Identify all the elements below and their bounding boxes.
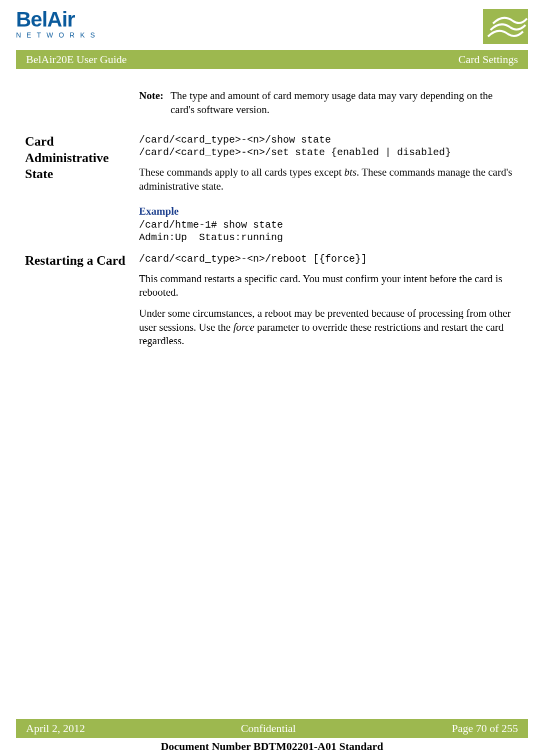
brand-subtext: NETWORKS — [16, 31, 100, 39]
svg-rect-0 — [483, 9, 528, 44]
section-heading-admin-state: Card Administrative State — [25, 134, 139, 243]
footer-bar: April 2, 2012 Confidential Page 70 of 25… — [16, 719, 528, 738]
footer-page: Page 70 of 255 — [452, 722, 518, 735]
guide-title: BelAir20E User Guide — [26, 53, 127, 66]
wave-icon — [483, 9, 528, 44]
section-heading-restart: Restarting a Card — [25, 253, 139, 349]
note-label: Note: — [139, 89, 164, 117]
content-area: Note: The type and amount of card memory… — [0, 69, 544, 719]
footer-confidential: Confidential — [241, 722, 296, 735]
brand-logo: BelAir NETWORKS — [16, 9, 100, 39]
cli-reboot: /card/<card_type>-<n>/reboot [{force}] — [139, 253, 514, 265]
cli-show-state: /card/<card_type>-<n>/show state — [139, 134, 514, 146]
note-text: The type and amount of card memory usage… — [170, 89, 514, 117]
brand-name: BelAir — [16, 9, 100, 30]
restart-para-1: This command restarts a specific card. Y… — [139, 272, 514, 300]
note-block: Note: The type and amount of card memory… — [139, 89, 514, 117]
page-header: BelAir NETWORKS — [0, 9, 544, 50]
title-bar: BelAir20E User Guide Card Settings — [16, 50, 528, 69]
cli-set-state: /card/<card_type>-<n>/set state {enabled… — [139, 146, 514, 159]
section-title: Card Settings — [458, 53, 518, 66]
example-line-2: Admin:Up Status:running — [139, 231, 514, 244]
admin-state-description: These commands apply to all cards types … — [139, 166, 514, 193]
example-heading: Example — [139, 205, 514, 219]
document-number: Document Number BDTM02201-A01 Standard — [0, 738, 544, 756]
restart-para-2: Under some circumstances, a reboot may b… — [139, 307, 514, 348]
footer-date: April 2, 2012 — [26, 722, 85, 735]
example-line-1: /card/htme-1# show state — [139, 219, 514, 231]
